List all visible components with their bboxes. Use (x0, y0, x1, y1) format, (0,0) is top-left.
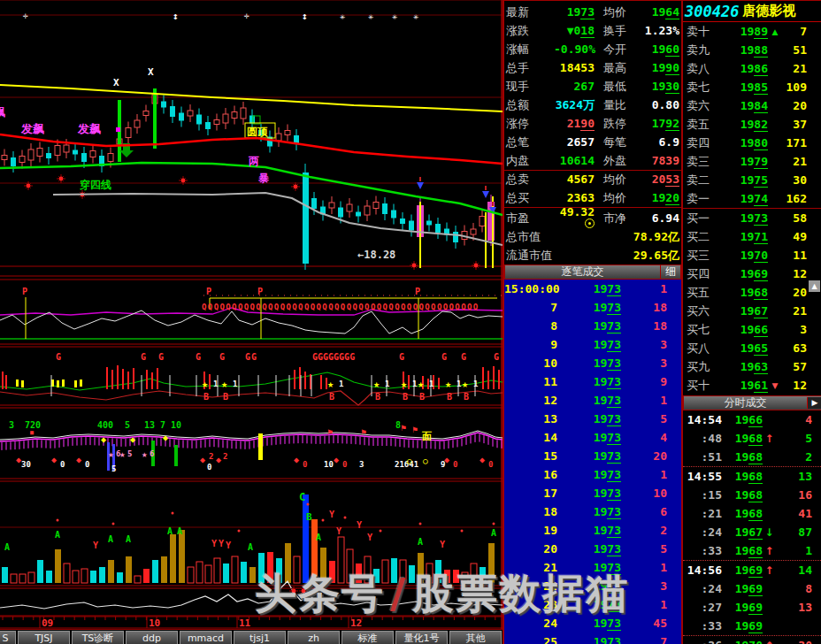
svg-text:5: 5 (111, 464, 116, 473)
svg-text:13 7 10: 13 7 10 (144, 420, 181, 430)
svg-text:◆: ◆ (51, 455, 57, 464)
svg-text:发飙: 发飙 (20, 122, 44, 135)
svg-text:发飙: 发飙 (77, 122, 101, 135)
svg-text:↕: ↕ (302, 11, 308, 22)
tick-detail-button[interactable]: 细 (660, 264, 680, 280)
svg-text:B: B (203, 392, 209, 402)
svg-text:★: ★ (221, 378, 227, 390)
svg-text:1: 1 (473, 380, 478, 388)
svg-text:11: 11 (239, 617, 251, 629)
quote-row: 市盈49.32市净6.94 (504, 209, 681, 227)
tick-list[interactable]: 15:00:0019731719731881973189197331019733… (504, 280, 681, 644)
quote-row: 总卖4567均价2053 (504, 170, 681, 188)
svg-text:⚑: ⚑ (401, 423, 406, 433)
stock-code: 300426 (683, 3, 739, 20)
sell-level-row[interactable]: 卖二197530 (683, 171, 821, 189)
svg-text:B: B (419, 392, 425, 402)
buy-level-row[interactable]: 买十1961▼12 (683, 376, 821, 395)
svg-text:★: ★ (462, 378, 468, 390)
buy-level-row[interactable]: 买一197358 (683, 209, 821, 227)
buy-level-row[interactable]: 买六196721 (683, 302, 821, 320)
quote-row: 总额3624万量比0.80 (504, 96, 681, 114)
tab-mmacd[interactable]: mmacd (180, 631, 232, 644)
tab-ddp[interactable]: ddp (126, 631, 178, 644)
sell-level-row[interactable]: 卖七1985109 (683, 78, 821, 96)
minute-trades-title[interactable]: 分时成交 (684, 395, 807, 410)
svg-text:1: 1 (429, 380, 434, 388)
svg-text:Y: Y (226, 540, 231, 550)
svg-text:P: P (257, 287, 263, 296)
svg-text:B: B (464, 392, 469, 402)
tick-row: 1819736 (504, 502, 681, 521)
sell-level-row[interactable]: 卖六198420 (683, 96, 821, 115)
tick-list-title[interactable]: 逐笔成交 (505, 264, 660, 280)
svg-text:9: 9 (441, 460, 445, 469)
buy-level-row[interactable]: 买四196912 (683, 264, 821, 283)
svg-text:3: 3 (9, 420, 14, 430)
svg-text:G: G (494, 352, 499, 362)
tab-标准[interactable]: 标准 (341, 631, 394, 644)
svg-text:A: A (491, 528, 496, 538)
tick-row: 1319735 (504, 410, 681, 428)
order-book-panel: 300426 唐德影视 卖十1989▲7卖九198851卖八198621卖七19… (681, 0, 821, 644)
svg-text:暴: 暴 (258, 172, 269, 184)
quote-row: 总笔2657每笔6.9 (504, 133, 681, 151)
svg-text:3: 3 (359, 460, 364, 469)
buy-level-row[interactable]: 买二197149 (683, 227, 821, 246)
buy-level-row[interactable]: 买八196563 (683, 339, 821, 357)
sell-level-row[interactable]: 卖八198621 (683, 59, 821, 78)
next-page-arrow-icon[interactable]: ▶ (807, 397, 821, 409)
svg-text:▪: ▪ (29, 427, 35, 437)
tick-row: 1019733 (504, 354, 681, 372)
sell-level-row[interactable]: 卖一1974162 (683, 189, 821, 208)
svg-text:B: B (306, 511, 312, 523)
svg-text:Y: Y (357, 520, 362, 530)
tab-tjsj1[interactable]: tjsj1 (234, 631, 286, 644)
buy-level-row[interactable]: 买七19663 (683, 320, 821, 339)
tick-row: 1119739 (504, 372, 681, 391)
tab-量化1号[interactable]: 量化1号 (395, 631, 448, 644)
minute-trades-list[interactable]: 14:5419664:481968↑5:511968214:55196813:1… (683, 410, 821, 644)
svg-text:0: 0 (207, 463, 211, 472)
svg-text:◆: ◆ (101, 434, 106, 444)
svg-text:0: 0 (342, 460, 347, 469)
sell-level-row[interactable]: 卖三197921 (683, 152, 821, 171)
quote-row: 涨停2190跌停1792 (504, 114, 681, 133)
kline-chart-area[interactable]: 09101112✛↕✛↕✳✳✳✳飙发飙发飙穿四线XX圆顶两暴←18.28PPPP… (0, 0, 503, 629)
svg-text:GGGGGGGG: GGGGGGGG (312, 352, 355, 362)
svg-text:★: ★ (108, 448, 114, 460)
tick-row: 919733 (504, 335, 681, 354)
svg-text:★: ★ (418, 378, 424, 390)
svg-text:G: G (141, 352, 146, 362)
svg-text:A: A (4, 542, 10, 552)
tab-zh[interactable]: zh (288, 631, 340, 644)
buy-level-row[interactable]: 买三197011 (683, 246, 821, 264)
svg-text:◆: ◆ (200, 455, 205, 464)
svg-text:A: A (418, 537, 423, 547)
sell-level-row[interactable]: 卖九198851 (683, 41, 821, 59)
minute-trade-row: :21196841 (683, 504, 821, 523)
tab-TJSJ[interactable]: TJSJ (18, 631, 70, 644)
svg-text:Y: Y (367, 533, 372, 542)
tick-row: 24197345 (504, 614, 681, 632)
tab-clipped[interactable]: S (0, 631, 16, 644)
sell-level-row[interactable]: 卖四1980171 (683, 134, 821, 152)
quote-row: 涨跌▼018换手1.23% (504, 21, 681, 40)
buy-level-row[interactable]: 买九196357 (683, 357, 821, 376)
pe-info-icon (585, 218, 595, 228)
quote-row: 流通市值29.65亿 (504, 246, 681, 264)
svg-text:圆顶: 圆顶 (247, 126, 268, 138)
sell-level-row[interactable]: 卖十1989▲7 (683, 22, 821, 41)
buy-level-row[interactable]: 买五196820 (683, 283, 821, 302)
tick-row: 1419734 (504, 428, 681, 447)
tab-TS诊断[interactable]: TS诊断 (72, 631, 124, 644)
svg-text:◆: ◆ (216, 455, 221, 464)
svg-text:G: G (441, 352, 447, 362)
sell-level-row[interactable]: 卖五198237 (683, 115, 821, 134)
svg-text:G: G (196, 352, 201, 362)
minute-trade-row: :361970↑30 (683, 635, 821, 644)
svg-text:G: G (219, 352, 225, 362)
svg-text:★: ★ (142, 448, 148, 460)
tab-其他[interactable]: 其他 (449, 631, 502, 644)
quote-row: 现手267最低1930 (504, 77, 681, 96)
